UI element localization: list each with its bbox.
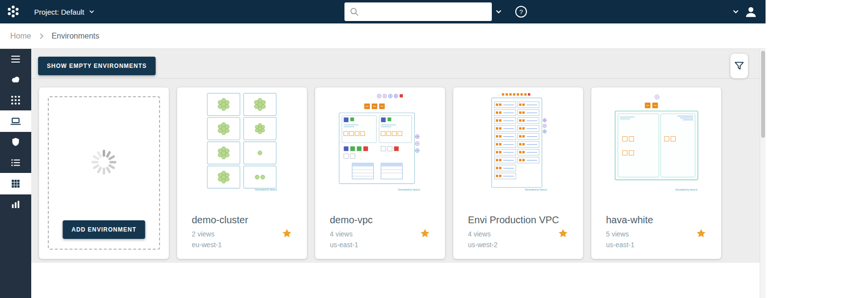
help-button[interactable]: ? [514, 5, 528, 19]
chevron-down-icon [88, 8, 95, 15]
sidebar-item-apps[interactable] [0, 90, 31, 110]
environment-preview[interactable]: Generated by hava.io [315, 92, 445, 192]
preview-caption: Generated by hava.io [398, 189, 421, 191]
search-box[interactable] [344, 2, 492, 21]
show-empty-environments-button[interactable]: SHOW EMPTY ENVIRONMENTS [38, 57, 156, 75]
preview-caption: Generated by hava.io [675, 189, 697, 191]
chevron-down-icon [495, 8, 503, 16]
sidebar-item-environments[interactable] [0, 110, 31, 132]
sidebar-item-list[interactable] [0, 152, 31, 173]
environment-diagram-thumbnail: Generated by hava.io [612, 92, 701, 192]
search-input[interactable] [363, 8, 487, 16]
menu-icon [10, 53, 21, 65]
list-icon [10, 157, 21, 169]
environment-card-demo-cluster[interactable]: Generated by hava.io demo-cluster 2 view… [177, 87, 307, 259]
user-icon [744, 4, 758, 19]
environment-card-demo-vpc[interactable]: Generated by hava.io demo-vpc 4 views us… [315, 87, 445, 259]
scrollbar-thumb[interactable] [761, 51, 765, 138]
funnel-icon [734, 61, 745, 71]
sidebar-item-diagrams[interactable] [0, 173, 31, 194]
filter-button[interactable] [730, 54, 748, 78]
stats-chart-icon [10, 199, 21, 211]
chevron-down-icon [732, 8, 740, 16]
favorite-star-icon[interactable] [420, 228, 430, 239]
favorite-star-icon[interactable] [282, 228, 292, 239]
add-environment-card: ADD ENVIRONMENT [39, 87, 169, 259]
environment-card-hava-white[interactable]: Generated by hava.io hava-white 5 views … [591, 87, 721, 259]
project-label: Project: Default [34, 8, 84, 16]
vertical-scrollbar[interactable] [760, 49, 766, 298]
environment-diagram-thumbnail: Generated by hava.io [338, 92, 422, 192]
environment-region: us-east-1 [330, 241, 358, 249]
environment-preview[interactable]: Generated by hava.io [177, 92, 307, 192]
environment-diagram-thumbnail: Generated by hava.io [488, 92, 548, 192]
user-menu-dropdown[interactable] [732, 8, 740, 16]
preview-caption: Generated by hava.io [525, 189, 547, 191]
sidebar [0, 49, 31, 298]
topbar: Project: Default ? [0, 0, 766, 23]
environment-region: eu-west-1 [192, 241, 222, 249]
favorite-star-icon[interactable] [558, 228, 568, 239]
sidebar-item-cloud-sync[interactable] [0, 69, 31, 90]
user-account-button[interactable] [744, 4, 758, 19]
environment-preview[interactable]: Generated by hava.io [591, 92, 721, 192]
environment-region: us-west-2 [468, 241, 498, 249]
sidebar-item-menu[interactable] [0, 49, 31, 69]
add-environment-button[interactable]: ADD ENVIRONMENT [62, 220, 145, 239]
chevron-right-icon [37, 32, 46, 41]
environment-title: demo-vpc [330, 214, 373, 226]
environment-diagram-thumbnail: Generated by hava.io [205, 92, 280, 192]
apps-grid-icon [10, 94, 21, 106]
cloud-sync-icon [10, 74, 21, 85]
environment-preview[interactable]: Generated by hava.io [453, 92, 583, 192]
app-window: Project: Default ? [0, 0, 766, 298]
hava-logo[interactable] [5, 3, 21, 20]
environments-laptop-icon [10, 115, 21, 127]
environment-title: hava-white [606, 214, 653, 226]
breadcrumb: Home Environments [0, 23, 766, 49]
shield-icon [10, 136, 21, 148]
environment-title: Envi Production VPC [468, 214, 559, 226]
environment-views: 4 views [468, 230, 491, 238]
sidebar-item-security[interactable] [0, 132, 31, 152]
environment-cards: ADD ENVIRONMENT [39, 87, 721, 259]
preview-caption: Generated by hava.io [255, 189, 277, 191]
main-content: SHOW EMPTY ENVIRONMENTS [31, 49, 760, 263]
environment-title: demo-cluster [192, 214, 248, 226]
breadcrumb-current: Environments [52, 32, 100, 41]
breadcrumb-home-link[interactable]: Home [10, 32, 31, 41]
environment-views: 2 views [192, 230, 215, 238]
diagram-grid-icon [10, 178, 21, 190]
favorite-star-icon[interactable] [696, 228, 707, 239]
environment-region: us-east-1 [606, 241, 634, 249]
hava-logo-icon [5, 3, 21, 20]
project-selector[interactable]: Project: Default [34, 0, 95, 23]
sidebar-item-stats[interactable] [0, 194, 31, 215]
search-icon [349, 7, 359, 17]
environment-views: 4 views [330, 230, 353, 238]
environment-views: 5 views [606, 230, 629, 238]
environment-card-envi-production-vpc[interactable]: Generated by hava.io Envi Production VPC… [453, 87, 583, 259]
loading-spinner-icon [90, 148, 118, 178]
search-options-dropdown[interactable] [495, 8, 503, 16]
help-icon: ? [514, 5, 528, 19]
svg-text:?: ? [519, 8, 523, 16]
toolbar-divider [31, 78, 760, 79]
